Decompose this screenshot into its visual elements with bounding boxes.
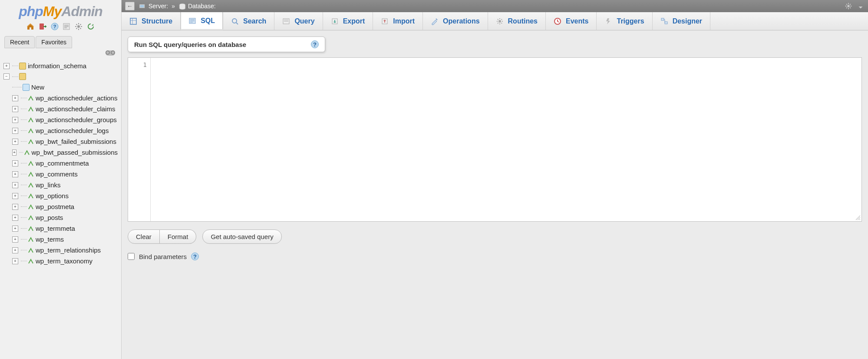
collapse-top-icon[interactable] (857, 2, 865, 10)
svg-rect-17 (661, 18, 664, 20)
tab-label: Designer (673, 17, 702, 25)
expand-icon[interactable]: + (3, 63, 10, 69)
expand-icon[interactable]: + (12, 193, 18, 199)
logout-icon[interactable] (38, 22, 47, 31)
expand-icon[interactable]: + (12, 150, 17, 156)
tree-table[interactable]: +wp_options (11, 190, 119, 201)
tree-line (21, 120, 27, 120)
table-icon (28, 226, 34, 232)
expand-icon[interactable]: + (12, 215, 18, 221)
tree-line (21, 217, 27, 218)
tree-db-current[interactable]: − (3, 71, 119, 82)
tree-table-label: wp_bwt_passed_submissions (32, 149, 118, 156)
reload-icon[interactable] (86, 22, 95, 31)
tree-table[interactable]: +wp_bwt_passed_submissions (11, 147, 119, 158)
expand-icon[interactable]: + (12, 171, 18, 177)
table-icon (28, 128, 34, 134)
resize-handle-icon[interactable] (855, 214, 861, 220)
clear-format-group: Clear Format (128, 229, 196, 244)
tree-line (21, 109, 27, 109)
svg-point-4 (77, 25, 80, 28)
format-button[interactable]: Format (160, 229, 197, 244)
tree-line (21, 174, 27, 174)
tab-operations[interactable]: Operations (423, 12, 488, 30)
expand-icon[interactable]: + (12, 236, 18, 243)
expand-icon[interactable]: + (12, 226, 18, 232)
tree-table[interactable]: +wp_actionscheduler_claims (11, 103, 119, 114)
database-icon (178, 3, 186, 9)
phpmyadmin-logo: phpMyAdmin (0, 0, 121, 20)
table-icon (28, 215, 34, 221)
expand-icon[interactable]: + (12, 258, 18, 264)
tree-table[interactable]: +wp_actionscheduler_logs (11, 125, 119, 136)
tab-query[interactable]: Query (274, 12, 323, 30)
collapse-icon[interactable]: − (3, 73, 10, 80)
tree-new-table[interactable]: New (11, 82, 119, 93)
tree-table[interactable]: +wp_terms (11, 234, 119, 245)
nav-back-button[interactable]: ← (125, 2, 135, 10)
tree-table[interactable]: +wp_commentmeta (11, 158, 119, 169)
tree-table-label: wp_termmeta (36, 225, 75, 232)
gear-icon[interactable] (845, 2, 852, 10)
tree-table[interactable]: +wp_actionscheduler_groups (11, 114, 119, 125)
tree-table[interactable]: +wp_termmeta (11, 223, 119, 234)
clear-button[interactable]: Clear (128, 229, 160, 244)
tab-search[interactable]: Search (223, 12, 274, 30)
expand-icon[interactable]: + (12, 160, 18, 166)
table-icon (28, 236, 34, 243)
breadcrumb-bar: ← Server: » Database: (122, 0, 868, 12)
tree-line (12, 76, 18, 77)
tree-table[interactable]: +wp_posts (11, 212, 119, 223)
recent-tab[interactable]: Recent (4, 36, 35, 48)
expand-icon[interactable]: + (12, 139, 18, 145)
nav-panel-link-icon[interactable] (106, 50, 115, 56)
tree-table[interactable]: +wp_postmeta (11, 201, 119, 212)
favorites-tab[interactable]: Favorites (36, 36, 72, 48)
tab-triggers[interactable]: Triggers (597, 12, 652, 30)
tree-table[interactable]: +wp_links (11, 180, 119, 190)
tree-table[interactable]: +wp_term_relationships (11, 245, 119, 256)
expand-icon[interactable]: + (12, 95, 18, 101)
tree-line (19, 152, 23, 153)
home-icon[interactable] (26, 22, 35, 31)
tab-label: Search (243, 17, 266, 25)
svg-rect-18 (665, 22, 667, 24)
table-icon (24, 150, 30, 156)
tree-line (21, 130, 27, 131)
expand-icon[interactable]: + (12, 182, 18, 188)
expand-icon[interactable]: + (12, 117, 18, 123)
tab-import[interactable]: Import (373, 12, 423, 30)
expand-icon[interactable]: + (12, 106, 18, 112)
operations-icon (431, 17, 439, 25)
tab-routines[interactable]: Routines (488, 12, 546, 30)
sql-textarea[interactable] (151, 58, 861, 221)
tab-export[interactable]: Export (323, 12, 373, 30)
tree-line (21, 206, 27, 207)
docs-icon[interactable]: ? (50, 22, 59, 31)
breadcrumb-server-label: Server: (149, 3, 168, 10)
tree-table[interactable]: +wp_bwt_failed_submissions (11, 136, 119, 147)
tree-table[interactable]: +wp_actionscheduler_actions (11, 93, 119, 103)
svg-rect-6 (140, 5, 144, 7)
tab-events[interactable]: Events (546, 12, 597, 30)
expand-icon[interactable]: + (12, 128, 18, 134)
bind-params-checkbox[interactable] (128, 253, 135, 260)
tree-line (21, 196, 27, 196)
settings-icon[interactable] (74, 22, 83, 31)
tree-db-information-schema[interactable]: + information_schema (3, 60, 119, 71)
tab-label: Events (566, 17, 588, 25)
tab-structure[interactable]: Structure (122, 12, 181, 30)
expand-icon[interactable]: + (12, 204, 18, 210)
tree-db-label: information_schema (28, 62, 86, 70)
table-icon (28, 182, 34, 188)
autosaved-button[interactable]: Get auto-saved query (202, 229, 281, 244)
expand-icon[interactable]: + (12, 247, 18, 253)
help-icon[interactable]: ? (311, 40, 319, 48)
sql-icon[interactable] (62, 22, 71, 31)
tab-designer[interactable]: Designer (653, 12, 710, 30)
tree-table[interactable]: +wp_comments (11, 169, 119, 180)
help-icon[interactable]: ? (191, 253, 199, 260)
tab-sql[interactable]: SQL (181, 12, 223, 30)
tree-table-label: wp_terms (36, 236, 64, 243)
tree-table[interactable]: +wp_term_taxonomy (11, 256, 119, 266)
